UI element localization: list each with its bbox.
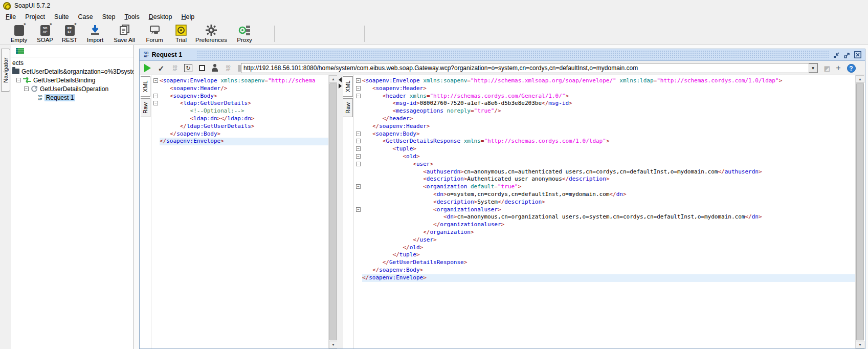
new-rest-project-button[interactable]: REST* REST: [58, 24, 81, 45]
fold-collapse-icon[interactable]: −: [356, 132, 361, 136]
request-toolbar: ✓ SOAP ↻ SOAP ▼ ◩ + ?: [140, 61, 865, 75]
recreate-request-button[interactable]: ↻: [183, 63, 193, 73]
person-icon: [211, 64, 218, 72]
request-editor-scrollbar[interactable]: ▲ ▼: [328, 75, 337, 348]
fold-collapse-icon[interactable]: −: [356, 162, 361, 166]
tree-item-binding[interactable]: − GetUserDetailsBinding: [16, 76, 95, 84]
new-soap-project-button[interactable]: SOAP* SOAP: [33, 24, 57, 45]
selected-tree-label: Request 1: [44, 94, 76, 101]
edit-endpoint-button[interactable]: ◩: [822, 63, 832, 73]
response-tab-xml[interactable]: XML: [343, 76, 353, 97]
forum-button[interactable]: Forum: [143, 24, 166, 45]
fold-collapse-icon[interactable]: −: [153, 78, 158, 83]
response-xml-editor[interactable]: <soapenv:Envelope xmlns:soapenv="http://…: [362, 75, 855, 348]
fold-collapse-icon[interactable]: −: [153, 101, 158, 105]
toolbar-separator: [274, 26, 275, 42]
preferences-gear-icon: [194, 24, 228, 36]
soap-action-button[interactable]: SOAP: [170, 63, 180, 73]
tree-item-operation[interactable]: − GetUserDetailsOperation: [24, 84, 108, 93]
fold-collapse-icon[interactable]: −: [356, 184, 361, 189]
desktop-area: SOAP Request 1 ✓ SOAP ↻ SOAP: [134, 45, 868, 349]
scrollbar-thumb[interactable]: [329, 83, 337, 340]
scroll-down-icon[interactable]: ▼: [329, 341, 338, 348]
scrollbar-thumb[interactable]: [856, 83, 864, 340]
fold-collapse-icon[interactable]: −: [356, 86, 361, 91]
import-project-button[interactable]: Import: [83, 24, 107, 45]
menu-bar: FileProjectSuiteCaseStepToolsDesktopHelp: [0, 11, 868, 23]
credentials-button[interactable]: [210, 63, 220, 73]
fold-collapse-icon[interactable]: −: [356, 154, 361, 159]
play-icon: [144, 64, 151, 72]
menu-item-project[interactable]: Project: [20, 12, 50, 21]
menu-item-step[interactable]: Step: [98, 12, 120, 21]
save-all-button[interactable]: Save All: [110, 24, 138, 45]
toolbar-separator: [364, 26, 365, 42]
navigator-menu-icon[interactable]: [16, 48, 24, 54]
menu-item-tools[interactable]: Tools: [120, 12, 144, 21]
navigator-tab[interactable]: Navigator: [1, 49, 10, 92]
titlebar-hatch: [197, 50, 829, 59]
trial-button[interactable]: Trial: [171, 24, 191, 45]
window-title: SoapUI 5.7.2: [14, 2, 50, 9]
collapse-expander-icon[interactable]: −: [24, 86, 29, 91]
folder-icon: [12, 69, 19, 74]
fold-collapse-icon[interactable]: −: [356, 207, 361, 212]
menu-item-desktop[interactable]: Desktop: [144, 12, 177, 21]
request-window-titlebar[interactable]: SOAP Request 1: [140, 49, 865, 61]
request-tab-raw[interactable]: Raw: [141, 98, 150, 117]
submit-request-button[interactable]: [142, 63, 152, 73]
check-arrow-icon: ✓: [158, 64, 165, 73]
side-tab-strip: Navigator: [0, 45, 11, 349]
proxy-icon: [233, 24, 256, 36]
menu-item-case[interactable]: Case: [74, 12, 98, 21]
collapse-expander-icon[interactable]: −: [16, 78, 21, 82]
clear-request-button[interactable]: [197, 63, 207, 73]
add-assertion-button[interactable]: ✓: [156, 63, 166, 73]
fold-collapse-icon[interactable]: −: [356, 78, 361, 83]
fold-collapse-icon[interactable]: −: [153, 94, 158, 98]
close-window-icon[interactable]: [854, 51, 862, 59]
ws-addressing-button[interactable]: SOAP: [223, 63, 233, 73]
tree-item-request[interactable]: SOAP Request 1: [38, 93, 75, 102]
request-fold-margin: −−−: [151, 75, 160, 348]
endpoint-dropdown-icon[interactable]: ▼: [809, 63, 817, 73]
window-titlebar: SoapUI 5.7.2: [0, 0, 868, 11]
collapse-left-icon[interactable]: [339, 77, 342, 82]
empty-file-icon: *: [14, 25, 24, 36]
maximize-window-icon[interactable]: [843, 51, 851, 59]
new-empty-project-button[interactable]: * Empty: [7, 24, 31, 45]
minimize-window-icon[interactable]: [832, 51, 840, 59]
menu-item-suite[interactable]: Suite: [50, 12, 74, 21]
save-all-icon: [110, 24, 138, 36]
add-endpoint-button[interactable]: +: [833, 63, 843, 73]
request-window: SOAP Request 1 ✓ SOAP ↻ SOAP: [139, 49, 865, 349]
proxy-button[interactable]: Proxy: [233, 24, 256, 45]
response-editor-scrollbar[interactable]: ▲ ▼: [855, 75, 864, 348]
scroll-up-icon[interactable]: ▲: [856, 75, 864, 83]
scroll-down-icon[interactable]: ▼: [856, 341, 864, 348]
fold-collapse-icon[interactable]: −: [356, 94, 361, 98]
soapui-logo-icon: [3, 2, 11, 10]
editor-splitter[interactable]: [337, 75, 343, 348]
fold-collapse-icon[interactable]: −: [356, 146, 361, 151]
preferences-button[interactable]: Preferences: [194, 24, 228, 45]
response-tab-raw[interactable]: Raw: [343, 98, 353, 117]
rest-file-icon: REST*: [65, 25, 75, 36]
soap-file-icon: SOAP*: [40, 25, 50, 36]
tree-item-projects-root[interactable]: ects: [12, 58, 24, 67]
endpoint-url-input[interactable]: [241, 63, 818, 73]
menu-item-help[interactable]: Help: [177, 12, 199, 21]
request-window-title: Request 1: [151, 51, 182, 58]
help-button[interactable]: ?: [846, 63, 856, 73]
request-xml-editor[interactable]: <soapenv:Envelope xmlns:soapenv="http://…: [160, 75, 328, 348]
response-editor-pane: XML Raw −−−−−−−−−− <soapenv:Envelope xml…: [343, 75, 864, 348]
scroll-up-icon[interactable]: ▲: [329, 75, 338, 83]
fold-collapse-icon[interactable]: −: [356, 139, 361, 143]
soap-gray-icon: SOAP: [226, 65, 231, 71]
help-icon: ?: [847, 64, 856, 73]
menu-item-file[interactable]: File: [1, 12, 20, 21]
request-window-content: XML Raw −−− <soapenv:Envelope xmlns:soap…: [140, 75, 865, 348]
collapse-right-icon[interactable]: [339, 83, 342, 89]
request-tab-xml[interactable]: XML: [141, 76, 150, 97]
tree-item-project[interactable]: GetUserDetails&organization=o%3Dsystem': [12, 67, 134, 76]
